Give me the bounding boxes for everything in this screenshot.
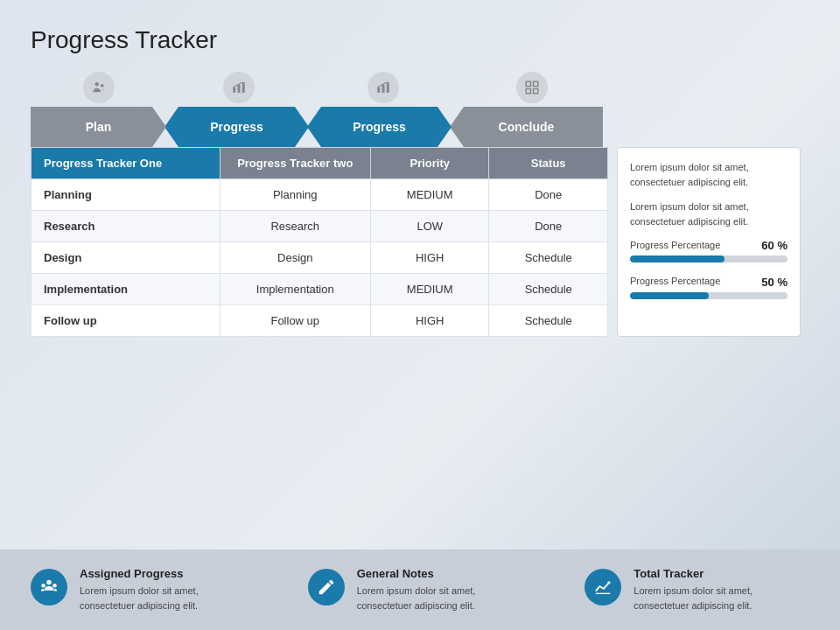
row1-col2: Planning xyxy=(220,179,370,211)
col-header-4: Status xyxy=(489,148,608,179)
row4-col3: MEDIUM xyxy=(370,274,488,305)
row1-col1: Planning xyxy=(32,179,220,211)
col-header-3: Priority xyxy=(370,148,488,179)
side-text-1: Lorem ipsum dolor sit amet, consectetuer… xyxy=(630,160,788,189)
progress-bar-bg-1 xyxy=(630,256,788,262)
col-header-2: Progress Tracker two xyxy=(220,148,370,179)
svg-rect-5 xyxy=(377,88,380,93)
step-icon-conclude xyxy=(455,72,608,107)
bottom-section: Assigned Progress Lorem ipsum dolor sit … xyxy=(0,550,840,630)
step-conclude: Conclude xyxy=(450,107,603,147)
main-content: Progress Tracker Plan xyxy=(0,0,840,354)
row5-col3: HIGH xyxy=(370,305,488,337)
row1-col4: Done xyxy=(489,179,608,211)
step-plan: Plan xyxy=(31,107,166,147)
svg-rect-9 xyxy=(533,81,537,86)
row3-col2: Design xyxy=(220,242,370,274)
step-icon-progress1 xyxy=(166,72,311,107)
table-row: Planning Planning MEDIUM Done xyxy=(32,179,608,211)
side-text-2: Lorem ipsum dolor sit amet, consectetuer… xyxy=(630,200,788,228)
steps-icons-row xyxy=(31,72,608,107)
steps-icon-2 xyxy=(368,72,399,103)
svg-point-14 xyxy=(52,584,57,588)
row5-col1: Follow up xyxy=(32,305,220,337)
general-notes-icon xyxy=(308,569,345,606)
bottom-item-3: Total Tracker Lorem ipsum dolor sit amet… xyxy=(584,567,809,612)
progress-label-row-1: Progress Percentage 60 % xyxy=(630,239,788,252)
page-title: Progress Tracker xyxy=(31,26,809,54)
step-progress2-label: Progress xyxy=(353,120,406,134)
svg-rect-11 xyxy=(533,89,537,94)
row1-col3: MEDIUM xyxy=(370,179,488,211)
steps-icon-1 xyxy=(223,72,255,103)
table-row: Follow up Follow up HIGH Schedule xyxy=(32,305,608,337)
tracker-table: Progress Tracker One Progress Tracker tw… xyxy=(31,147,608,337)
progress-bar-fill-1 xyxy=(630,256,724,262)
row2-col3: LOW xyxy=(370,211,488,242)
progress-pct-1: 60 % xyxy=(761,239,788,252)
svg-point-13 xyxy=(41,584,46,588)
step-conclude-label: Conclude xyxy=(499,120,555,134)
grid-icon xyxy=(516,72,548,103)
step-progress1-label: Progress xyxy=(210,120,263,134)
table-row: Research Research LOW Done xyxy=(32,211,608,242)
side-panel: Lorem ipsum dolor sit amet, consectetuer… xyxy=(617,147,801,337)
svg-rect-2 xyxy=(233,88,235,93)
progress-bar-fill-2 xyxy=(630,292,709,299)
progress-pct-2: 50 % xyxy=(761,276,788,289)
row2-col1: Research xyxy=(32,211,220,242)
row3-col4: Schedule xyxy=(489,242,608,274)
bottom-desc-3: Lorem ipsum dolor sit amet, consectetuer… xyxy=(634,584,809,612)
progress-bar-bg-2 xyxy=(630,292,788,299)
progress-label-1: Progress Percentage xyxy=(630,239,720,252)
row5-col2: Follow up xyxy=(220,305,370,337)
svg-rect-7 xyxy=(386,82,388,93)
row3-col1: Design xyxy=(32,242,220,274)
bottom-text-2: General Notes Lorem ipsum dolor sit amet… xyxy=(357,567,533,612)
bottom-item-2: General Notes Lorem ipsum dolor sit amet… xyxy=(308,567,533,612)
main-area: Progress Tracker One Progress Tracker tw… xyxy=(31,147,809,337)
bottom-text-3: Total Tracker Lorem ipsum dolor sit amet… xyxy=(634,567,809,612)
table-header-row: Progress Tracker One Progress Tracker tw… xyxy=(32,148,608,179)
step-icon-plan xyxy=(31,72,166,107)
svg-rect-10 xyxy=(526,89,530,94)
progress-label-2: Progress Percentage xyxy=(630,275,720,288)
row3-col3: HIGH xyxy=(370,242,488,274)
bottom-desc-1: Lorem ipsum dolor sit amet, consectetuer… xyxy=(80,584,256,612)
bottom-text-1: Assigned Progress Lorem ipsum dolor sit … xyxy=(80,567,256,612)
arrows-row: Plan Progress Progress Conclude xyxy=(31,107,608,147)
bottom-title-2: General Notes xyxy=(357,567,533,580)
step-icon-progress2 xyxy=(311,72,455,107)
svg-rect-8 xyxy=(526,81,530,86)
bottom-desc-2: Lorem ipsum dolor sit amet, consectetuer… xyxy=(357,584,533,612)
table-body: Planning Planning MEDIUM Done Research R… xyxy=(32,179,608,337)
step-progress1: Progress xyxy=(164,107,309,147)
table-row: Implementation Implementation MEDIUM Sch… xyxy=(32,274,608,305)
bottom-title-3: Total Tracker xyxy=(634,567,809,580)
table-row: Design Design HIGH Schedule xyxy=(32,242,608,274)
step-progress2: Progress xyxy=(307,107,452,147)
bottom-item-1: Assigned Progress Lorem ipsum dolor sit … xyxy=(31,567,256,612)
row4-col1: Implementation xyxy=(32,274,220,305)
svg-point-12 xyxy=(46,580,52,585)
svg-rect-6 xyxy=(382,85,384,93)
svg-rect-4 xyxy=(242,82,244,93)
row2-col4: Done xyxy=(489,211,608,242)
row4-col4: Schedule xyxy=(489,274,608,305)
people-icon xyxy=(83,72,115,103)
svg-point-0 xyxy=(94,82,99,87)
row4-col2: Implementation xyxy=(220,274,370,305)
svg-rect-3 xyxy=(237,85,240,93)
svg-point-1 xyxy=(100,84,103,88)
progress-label-row-2: Progress Percentage 50 % xyxy=(630,275,788,288)
bottom-title-1: Assigned Progress xyxy=(80,567,256,580)
total-tracker-icon xyxy=(584,569,621,606)
assigned-progress-icon xyxy=(31,569,67,606)
row5-col4: Schedule xyxy=(489,305,608,337)
row2-col2: Research xyxy=(220,211,370,242)
step-plan-label: Plan xyxy=(86,120,112,134)
col-header-1: Progress Tracker One xyxy=(32,148,220,179)
